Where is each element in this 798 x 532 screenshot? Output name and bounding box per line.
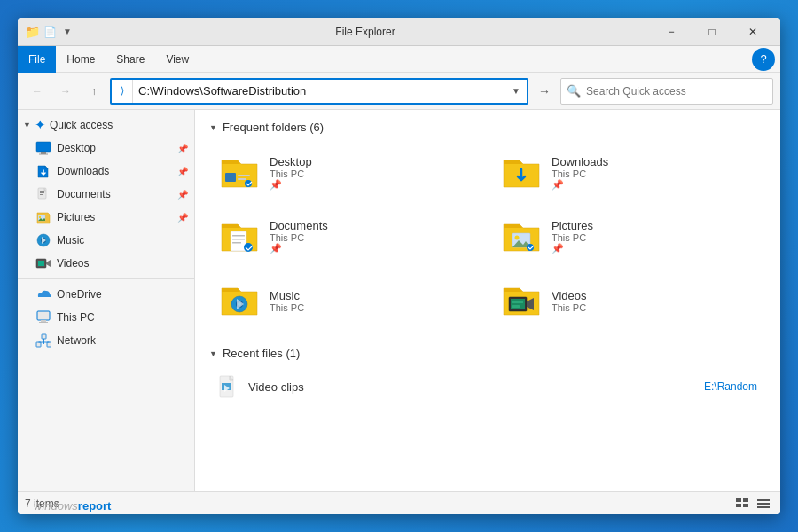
folder-desktop-pin: 📌 — [270, 179, 312, 191]
sidebar-network-label: Network — [57, 334, 189, 347]
pin-icon-pictures: 📌 — [176, 211, 189, 223]
folder-videos-path: This PC — [552, 302, 587, 313]
pin-icon-documents: 📌 — [176, 188, 189, 200]
address-go-button[interactable]: → — [532, 79, 557, 104]
frequent-chevron-icon: ▼ — [209, 123, 217, 132]
quick-access-chevron: ▼ — [23, 121, 31, 129]
folder-downloads[interactable]: Downloads This PC 📌 — [491, 145, 766, 201]
app-icon-doc: 📄 — [43, 25, 57, 39]
folder-documents-pin: 📌 — [270, 243, 328, 254]
svg-rect-19 — [42, 334, 46, 339]
titlebar: 📁 📄 ▼ File Explorer − □ ✕ — [18, 18, 780, 46]
menubar: File Home Share View ? — [18, 46, 780, 73]
menu-file[interactable]: File — [18, 46, 56, 73]
folder-downloads-path: This PC — [552, 168, 608, 179]
folder-music[interactable]: Music This PC — [209, 272, 484, 329]
forward-button[interactable]: → — [53, 79, 78, 104]
sidebar-item-network[interactable]: Network — [18, 329, 194, 352]
quick-access-header[interactable]: ▼ ✦ Quick access — [18, 113, 194, 137]
window-title: File Explorer — [80, 26, 651, 38]
svg-rect-14 — [37, 311, 50, 320]
maximize-button[interactable]: □ — [692, 18, 732, 46]
frequent-section-title: Frequent folders (6) — [223, 121, 324, 134]
sidebar-item-videos[interactable]: Videos — [18, 252, 194, 275]
svg-rect-40 — [512, 301, 523, 303]
sidebar-desktop-label: Desktop — [57, 142, 171, 154]
sidebar-videos-label: Videos — [57, 257, 189, 270]
svg-rect-45 — [743, 498, 748, 502]
pin-icon: 📌 — [176, 142, 189, 154]
main-area: ▼ ✦ Quick access Desktop 📌 — [18, 110, 780, 491]
folder-pictures-path: This PC — [552, 232, 593, 243]
svg-rect-25 — [238, 178, 246, 180]
sidebar-item-pictures[interactable]: Pictures 📌 — [18, 206, 194, 229]
search-input[interactable] — [586, 85, 772, 98]
folder-desktop-info: Desktop This PC 📌 — [270, 155, 312, 191]
menu-view[interactable]: View — [155, 46, 200, 73]
svg-rect-41 — [512, 305, 520, 308]
svg-rect-5 — [40, 192, 44, 193]
sidebar-item-music[interactable]: Music — [18, 229, 194, 252]
svg-rect-2 — [39, 154, 48, 155]
folder-downloads-info: Downloads This PC 📌 — [552, 155, 608, 191]
folder-documents[interactable]: Documents This PC 📌 — [209, 208, 484, 265]
menu-home[interactable]: Home — [56, 46, 106, 73]
svg-rect-23 — [225, 173, 236, 182]
quick-access-star-icon: ✦ — [35, 117, 46, 133]
svg-point-8 — [39, 216, 41, 218]
folder-videos-name: Videos — [552, 289, 587, 302]
recent-file-path: E:\Random — [704, 380, 757, 393]
sidebar-item-desktop[interactable]: Desktop 📌 — [18, 137, 194, 160]
desktop-icon — [35, 140, 51, 156]
svg-rect-28 — [232, 235, 245, 237]
svg-rect-29 — [232, 239, 245, 240]
search-bar: 🔍 — [560, 78, 773, 105]
network-icon — [35, 332, 51, 348]
svg-rect-17 — [36, 342, 41, 347]
menu-share[interactable]: Share — [106, 46, 155, 73]
folder-downloads-pin: 📌 — [552, 179, 608, 191]
minimize-button[interactable]: − — [651, 18, 692, 46]
content-area: ▼ Frequent folders (6) — [195, 110, 780, 491]
sidebar-thispc-label: This PC — [57, 311, 189, 324]
sidebar-item-thispc[interactable]: This PC — [18, 306, 194, 329]
status-items-count: 7 items — [25, 497, 732, 510]
recent-file-video-clips[interactable]: Video clips E:\Random — [209, 371, 766, 403]
folder-documents-info: Documents This PC 📌 — [270, 219, 328, 254]
svg-rect-16 — [39, 322, 48, 323]
folder-pictures[interactable]: Pictures This PC 📌 — [491, 208, 766, 265]
svg-rect-15 — [41, 320, 46, 322]
folder-videos-icon — [500, 279, 543, 322]
sidebar-pictures-label: Pictures — [57, 211, 171, 223]
help-button[interactable]: ? — [752, 48, 775, 71]
sidebar-documents-label: Documents — [57, 188, 171, 200]
svg-rect-46 — [736, 504, 741, 507]
sidebar-item-onedrive[interactable]: OneDrive — [18, 283, 194, 306]
music-icon — [35, 232, 51, 248]
folder-videos-info: Videos This PC — [552, 289, 587, 313]
folder-desktop-name: Desktop — [270, 155, 312, 168]
recent-section-header[interactable]: ▼ Recent files (1) — [209, 347, 766, 360]
sidebar-item-downloads[interactable]: Downloads 📌 — [18, 160, 194, 183]
svg-rect-18 — [47, 342, 51, 347]
address-input[interactable] — [133, 84, 505, 98]
view-list-button[interactable] — [754, 494, 773, 513]
folder-videos[interactable]: Videos This PC — [491, 272, 766, 329]
svg-rect-13 — [38, 261, 44, 266]
back-button[interactable]: ← — [25, 79, 50, 104]
up-button[interactable]: ↑ — [82, 79, 106, 104]
folder-desktop[interactable]: Desktop This PC 📌 — [209, 145, 484, 201]
view-details-button[interactable] — [732, 494, 752, 513]
folder-music-icon — [218, 279, 261, 322]
svg-rect-47 — [743, 504, 748, 507]
sidebar-divider-1 — [18, 278, 194, 279]
folder-pictures-info: Pictures This PC 📌 — [552, 219, 593, 254]
close-button[interactable]: ✕ — [732, 18, 773, 46]
svg-point-33 — [515, 236, 520, 240]
sidebar-item-documents[interactable]: Documents 📌 — [18, 183, 194, 206]
frequent-section-header[interactable]: ▼ Frequent folders (6) — [209, 121, 766, 134]
address-dropdown[interactable]: ▼ — [505, 80, 527, 103]
sidebar-downloads-label: Downloads — [57, 165, 171, 177]
documents-icon — [35, 186, 51, 202]
folder-documents-icon — [218, 215, 261, 258]
